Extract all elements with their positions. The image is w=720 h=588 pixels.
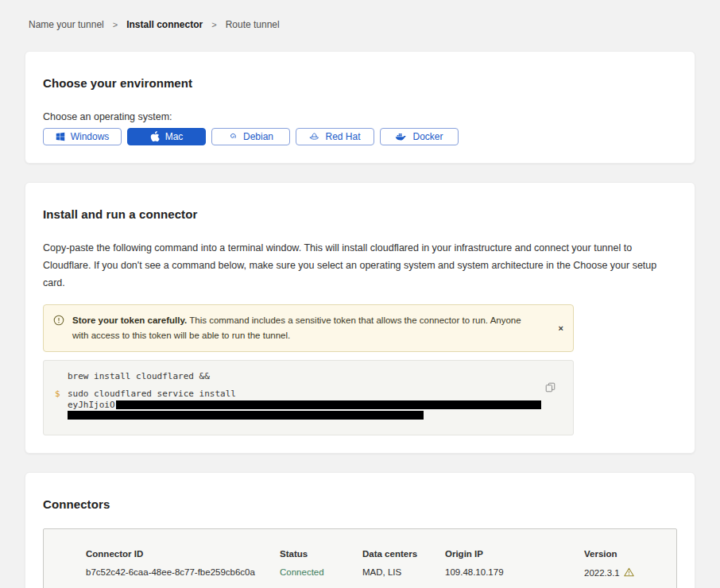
redhat-icon: [309, 132, 319, 141]
token-warning-bold: Store your token carefully.: [72, 315, 187, 325]
data-centers-value: MAD, LIS: [362, 567, 445, 578]
os-button-label: Mac: [165, 131, 184, 142]
install-card-title: Install and run a connector: [43, 207, 677, 221]
environment-card-title: Choose your environment: [43, 76, 677, 90]
col-header-version: Version: [584, 549, 660, 559]
connectors-table-header: Connector ID Status Data centers Origin …: [86, 549, 660, 559]
os-button-debian[interactable]: Debian: [211, 128, 290, 145]
install-description: Copy-paste the following command into a …: [43, 240, 677, 292]
docker-icon: [395, 132, 407, 141]
copy-icon[interactable]: [545, 382, 555, 395]
code-line-2: $ sudo cloudflared service install: [55, 389, 562, 400]
os-button-label: Debian: [243, 131, 273, 142]
shell-prompt: $: [55, 389, 68, 400]
connectors-table: Connector ID Status Data centers Origin …: [43, 528, 677, 588]
breadcrumb-name-your-tunnel[interactable]: Name your tunnel: [29, 19, 104, 30]
connectors-card: Connectors Connector ID Status Data cent…: [25, 472, 695, 588]
windows-icon: [56, 132, 65, 141]
token-prefix: eyJhIjoiO: [68, 400, 115, 410]
breadcrumb-install-connector[interactable]: Install connector: [126, 19, 203, 30]
status-badge: Connected: [280, 567, 362, 578]
breadcrumb-separator: >: [211, 20, 216, 29]
os-button-group: Windows Mac Debian Red Hat Docker: [43, 128, 677, 145]
token-warning-text: Store your token carefully. This command…: [72, 313, 540, 343]
connector-id-value: b7c52c42-6caa-48ee-8c77-fbe259cb6c0a: [86, 567, 280, 578]
breadcrumb-separator: >: [113, 20, 118, 29]
apple-icon: [150, 131, 160, 142]
col-header-connector-id: Connector ID: [86, 549, 280, 559]
warning-triangle-icon: [624, 567, 634, 578]
alert-circle-icon: [53, 315, 64, 343]
col-header-data-centers: Data centers: [362, 549, 445, 559]
table-row: b7c52c42-6caa-48ee-8c77-fbe259cb6c0a Con…: [86, 567, 660, 578]
redacted-token-bar: [116, 400, 541, 409]
choose-environment-card: Choose your environment Choose an operat…: [25, 51, 695, 164]
os-button-label: Docker: [412, 131, 443, 142]
code-token-line: eyJhIjoiO: [68, 400, 562, 410]
version-value: 2022.3.1: [584, 567, 660, 578]
connectors-card-title: Connectors: [43, 497, 677, 511]
os-button-label: Red Hat: [325, 131, 360, 142]
code-line-1: brew install cloudflared &&: [55, 371, 562, 382]
breadcrumb: Name your tunnel > Install connector > R…: [0, 0, 720, 30]
debian-icon: [228, 132, 238, 141]
breadcrumb-route-tunnel[interactable]: Route tunnel: [226, 19, 280, 30]
install-connector-card: Install and run a connector Copy-paste t…: [25, 182, 695, 454]
prompt-gutter: [55, 371, 68, 382]
close-icon[interactable]: ×: [559, 323, 563, 333]
os-button-redhat[interactable]: Red Hat: [296, 128, 374, 145]
os-button-docker[interactable]: Docker: [380, 128, 459, 145]
token-warning-banner: Store your token carefully. This command…: [43, 304, 574, 352]
col-header-origin-ip: Origin IP: [445, 549, 584, 559]
redacted-token-bar: [68, 411, 424, 420]
os-button-windows[interactable]: Windows: [43, 128, 122, 145]
col-header-status: Status: [280, 549, 362, 559]
install-command-codeblock: brew install cloudflared && $ sudo cloud…: [43, 360, 574, 436]
origin-ip-value: 109.48.10.179: [445, 567, 584, 578]
os-button-mac[interactable]: Mac: [127, 128, 206, 145]
os-button-label: Windows: [71, 131, 110, 142]
os-select-label: Choose an operating system:: [43, 111, 677, 122]
